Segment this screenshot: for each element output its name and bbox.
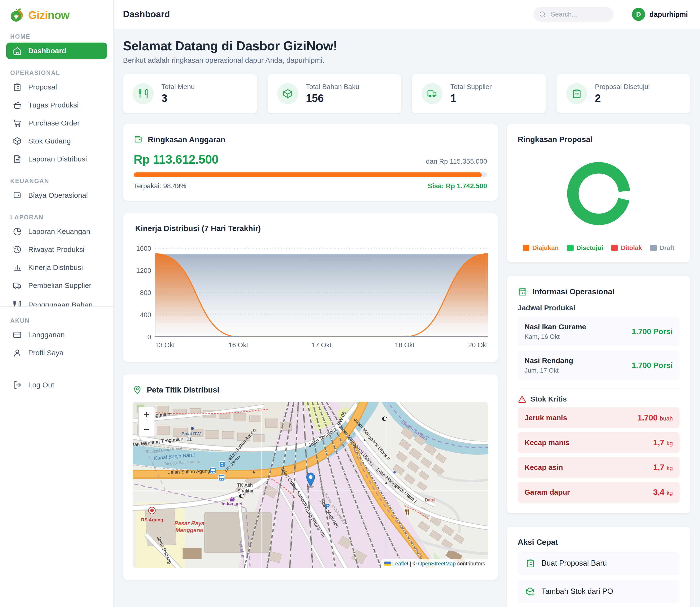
svg-text:400: 400 xyxy=(140,311,151,319)
search-input[interactable] xyxy=(550,11,605,19)
stat-value: 156 xyxy=(306,92,359,104)
svg-text:18 Okt: 18 Okt xyxy=(395,341,415,349)
budget-card: Ringkasan Anggaran Rp 113.612.500 dari R… xyxy=(123,124,498,201)
sidebar-item-stok-gudang[interactable]: Stok Gudang xyxy=(6,133,107,149)
map-zoom-control: + − xyxy=(138,406,155,437)
welcome-title: Selamat Datang di Dasbor GiziNow! xyxy=(123,38,690,53)
sidebar-section-laporan: LAPORAN xyxy=(10,214,103,221)
stat-label: Total Bahan Baku xyxy=(306,83,359,91)
user-menu[interactable]: D dapurhipmi xyxy=(632,8,688,21)
svg-text:13 Okt: 13 Okt xyxy=(155,341,175,349)
avatar[interactable]: D xyxy=(632,8,645,21)
svg-text:P: P xyxy=(325,502,330,510)
sidebar-item-penggunaan-bahan[interactable]: Penggunaan Bahan xyxy=(6,297,107,307)
sidebar-item-label: Pembelian Supplier xyxy=(28,281,91,290)
map-card: Peta Titik Distribusi xyxy=(123,375,498,580)
sidebar-item-label: Profil Saya xyxy=(28,349,63,357)
map-tiles: ng Tenggulun Jalan Menteng Tenggulun Bal… xyxy=(133,402,488,568)
legend-swatch xyxy=(650,245,657,251)
divider xyxy=(518,388,680,389)
topbar: Dashboard D dapurhipmi xyxy=(113,0,700,29)
attribution-suffix: contributors xyxy=(457,561,485,567)
attribution-copyright: © xyxy=(413,561,417,567)
sidebar-item-kinerja-distribusi[interactable]: Kinerja Distribusi xyxy=(6,259,107,276)
svg-text:Pasar Raya: Pasar Raya xyxy=(174,520,204,527)
package-icon xyxy=(13,137,22,146)
budget-title: Ringkasan Anggaran xyxy=(148,135,225,144)
sidebar-item-laporan-distribusi[interactable]: Laporan Distribusi xyxy=(6,151,107,167)
budget-total: dari Rp 115.355.000 xyxy=(426,158,487,165)
sidebar-item-pembelian-supplier[interactable]: Pembelian Supplier xyxy=(6,277,107,294)
critical-stock-row: Kecap asin 1,7 kg xyxy=(518,457,680,478)
distribution-chart-card: Kinerja Distribusi (7 Hari Terakhir) xyxy=(123,213,498,362)
svg-text:0: 0 xyxy=(148,333,151,341)
svg-text:TK Ash: TK Ash xyxy=(237,482,253,488)
svg-text:16 Okt: 16 Okt xyxy=(228,341,248,349)
schedule-name: Nasi Ikan Gurame xyxy=(525,323,586,331)
legend-item-diajukan: Diajukan xyxy=(523,244,559,252)
sidebar-item-langganan[interactable]: Langganan xyxy=(6,327,107,343)
sidebar-item-laporan-keuangan[interactable]: Laporan Keuangan xyxy=(6,223,107,240)
package-plus-icon xyxy=(525,587,535,596)
legend-label: Diajukan xyxy=(532,244,559,252)
page-title: Dashboard xyxy=(123,9,170,19)
logout-label: Log Out xyxy=(28,381,54,389)
package-icon xyxy=(277,83,298,104)
operational-info-title: Informasi Operasional xyxy=(532,287,614,296)
proposal-summary-title: Ringkasan Proposal xyxy=(518,135,680,144)
critical-name: Garam dapur xyxy=(525,488,570,496)
budget-progress-fill xyxy=(134,172,482,177)
schedule-date: Kam, 16 Okt xyxy=(525,333,586,340)
sidebar-item-dashboard[interactable]: Dashboard xyxy=(6,43,107,59)
schedule-qty: 1.700 Porsi xyxy=(632,327,673,336)
legend-swatch xyxy=(523,245,529,251)
schedule-row: Nasi Ikan Gurame Kam, 16 Okt 1.700 Porsi xyxy=(518,317,680,346)
attribution-separator: | xyxy=(410,561,411,567)
stat-value: 1 xyxy=(451,92,492,104)
distribution-area-chart: 04008001200160013 Okt16 Okt17 Okt18 Okt2… xyxy=(130,238,493,355)
brand-logo: Gizinow xyxy=(0,0,113,23)
truck-icon xyxy=(13,281,22,290)
legend-item-draft: Draft xyxy=(650,244,675,252)
sidebar-item-label: Langganan xyxy=(28,331,65,339)
schedule-qty: 1.700 Porsi xyxy=(632,361,673,370)
sidebar-item-tugas-produksi[interactable]: Tugas Produksi xyxy=(6,97,107,113)
map-canvas[interactable]: ng Tenggulun Jalan Menteng Tenggulun Bal… xyxy=(133,402,488,568)
sidebar-item-profil-saya[interactable]: Profil Saya xyxy=(6,344,107,361)
legend-item-ditolak: Ditolak xyxy=(611,244,642,252)
logout-button[interactable]: Log Out xyxy=(6,377,107,393)
sidebar-section-keuangan: KEUANGAN xyxy=(10,177,103,185)
sidebar-item-proposal[interactable]: Proposal xyxy=(6,79,107,95)
leaflet-link[interactable]: Leaflet xyxy=(392,561,408,567)
svg-text:20 Okt: 20 Okt xyxy=(468,341,488,349)
user-icon xyxy=(13,348,22,357)
sidebar-item-purchase-order[interactable]: Purchase Order xyxy=(6,115,107,131)
search-box[interactable] xyxy=(533,7,613,22)
budget-remaining-label: Sisa: Rp 1.742.500 xyxy=(428,182,487,190)
svg-text:Balai RW: Balai RW xyxy=(181,431,201,436)
file-text-icon xyxy=(13,154,22,164)
stat-label: Total Menu xyxy=(161,83,195,91)
stat-value: 3 xyxy=(161,92,195,104)
sidebar-item-biaya-operasional[interactable]: Biaya Operasional xyxy=(6,187,107,204)
stat-card-proposal-disetujui: Proposal Disetujui 2 xyxy=(556,74,691,113)
add-stock-from-po-button[interactable]: Tambah Stok dari PO xyxy=(518,580,680,603)
svg-text:1200: 1200 xyxy=(136,267,151,274)
welcome-subtitle: Berikut adalah ringkasan operasional dap… xyxy=(123,56,690,64)
wallet-icon xyxy=(134,135,143,144)
zoom-in-button[interactable]: + xyxy=(138,407,155,422)
sidebar-section-operasional: OPERASIONAL xyxy=(10,69,103,76)
action-label: Tambah Stok dari PO xyxy=(542,587,613,596)
sidebar-item-riwayat-produksi[interactable]: Riwayat Produksi xyxy=(6,241,107,258)
quick-actions-card: Aksi Cepat Buat Proposal Baru Tambah Sto… xyxy=(507,527,690,607)
budget-amount: Rp 113.612.500 xyxy=(134,152,219,167)
sidebar-scroll-clip: Penggunaan Bahan xyxy=(0,295,113,307)
sidebar: Gizinow HOME Dashboard OPERASIONAL Propo… xyxy=(0,0,114,607)
openstreetmap-link[interactable]: OpenStreetMap xyxy=(418,561,456,567)
history-icon xyxy=(13,245,22,254)
create-proposal-button[interactable]: Buat Proposal Baru xyxy=(518,551,680,575)
proposal-donut-chart xyxy=(518,150,680,238)
truck-icon xyxy=(422,83,443,104)
zoom-out-button[interactable]: − xyxy=(138,422,155,437)
svg-text:1600: 1600 xyxy=(136,245,151,252)
